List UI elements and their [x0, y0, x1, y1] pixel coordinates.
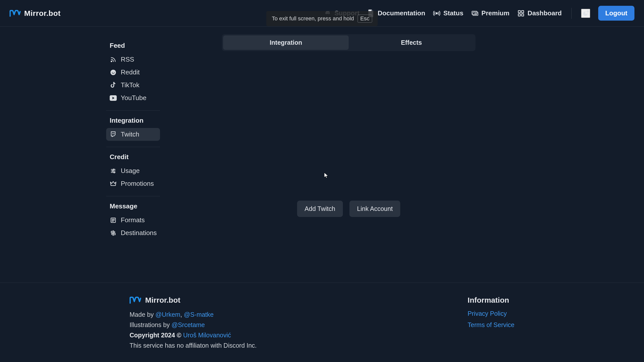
link-urkem[interactable]: @Urkem — [155, 311, 180, 318]
sidebar-item-promotions[interactable]: Promotions — [106, 177, 160, 190]
integration-empty-state: Add Twitch Link Account — [222, 51, 475, 217]
sidebar-item-usage[interactable]: Usage — [106, 164, 160, 177]
svg-point-3 — [475, 13, 476, 15]
sidebar-heading-credit: Credit — [110, 153, 156, 161]
brand-name: Mirror.bot — [24, 9, 61, 18]
sidebar-heading-integration: Integration — [110, 117, 156, 124]
svg-rect-6 — [518, 14, 520, 16]
sidebar-item-tiktok[interactable]: TikTok — [106, 79, 160, 92]
nav-dashboard[interactable]: Dashboard — [517, 9, 562, 17]
svg-point-14 — [112, 170, 113, 171]
premium-icon — [471, 10, 478, 17]
mouse-cursor — [324, 172, 329, 178]
svg-point-11 — [114, 72, 114, 73]
page-body: Feed RSS Reddit TikTok — [0, 27, 644, 239]
footer: Mirror.bot Made by @Urkem, @S-matke Illu… — [0, 283, 644, 352]
footer-brand: Mirror.bot — [130, 296, 257, 304]
fullscreen-toast-text: To exit full screen, press and hold — [272, 15, 354, 22]
footer-info-heading: Information — [468, 296, 514, 304]
link-terms-of-service[interactable]: Terms of Service — [468, 321, 514, 329]
rss-icon — [110, 56, 117, 63]
sidebar-section-message: Message Formats Destinations — [110, 202, 156, 239]
signpost-icon — [110, 230, 117, 237]
sidebar-heading-message: Message — [110, 202, 156, 210]
sidebar-divider — [106, 196, 160, 196]
header: Mirror.bot Support Documentation Status … — [0, 0, 644, 27]
sliders-icon — [110, 167, 117, 174]
add-twitch-button[interactable]: Add Twitch — [297, 201, 343, 217]
reddit-icon — [110, 69, 117, 76]
logout-button[interactable]: Logout — [598, 6, 634, 21]
sidebar-section-feed: Feed RSS Reddit TikTok — [110, 42, 156, 104]
svg-point-8 — [111, 61, 112, 62]
nav-separator — [571, 8, 572, 19]
main-content: Integration Effects Add Twitch Link Acco… — [156, 34, 475, 239]
svg-rect-4 — [518, 11, 520, 13]
sidebar-divider — [106, 147, 160, 147]
svg-point-9 — [110, 70, 116, 75]
footer-illustrations: Illustrations by @Srcetame — [130, 321, 257, 329]
tiktok-icon — [110, 82, 117, 89]
action-buttons: Add Twitch Link Account — [297, 201, 400, 217]
sidebar-item-youtube[interactable]: YouTube — [106, 92, 160, 104]
svg-rect-5 — [521, 11, 524, 13]
tab-effects[interactable]: Effects — [349, 35, 474, 50]
link-srcetame[interactable]: @Srcetame — [172, 321, 205, 328]
broadcast-icon — [433, 10, 440, 17]
sidebar-section-integration: Integration Twitch — [110, 117, 156, 141]
youtube-icon — [110, 95, 117, 102]
footer-made-by: Made by @Urkem, @S-matke — [130, 311, 257, 318]
nav-premium[interactable]: Premium — [471, 9, 509, 17]
sidebar-section-credit: Credit Usage Promotions — [110, 153, 156, 190]
logo-icon — [10, 10, 21, 17]
crown-icon — [110, 180, 117, 187]
svg-rect-7 — [521, 14, 524, 16]
dashboard-icon — [517, 10, 525, 17]
list-icon — [110, 217, 117, 224]
footer-brand-name: Mirror.bot — [145, 296, 180, 304]
twitch-icon — [110, 131, 117, 138]
theme-toggle[interactable] — [581, 9, 590, 18]
sidebar-item-reddit[interactable]: Reddit — [106, 66, 160, 79]
sidebar-divider — [106, 110, 160, 111]
moon-sun-icon — [582, 10, 589, 17]
footer-right: Information Privacy Policy Terms of Serv… — [468, 296, 514, 352]
sidebar-item-twitch[interactable]: Twitch — [106, 128, 160, 141]
svg-point-10 — [112, 72, 113, 73]
sidebar-item-rss[interactable]: RSS — [106, 53, 160, 66]
brand-link[interactable]: Mirror.bot — [10, 9, 61, 18]
footer-disclaimer: This service has no affiliaton with Disc… — [130, 342, 257, 349]
link-smatke[interactable]: @S-matke — [184, 311, 214, 318]
link-account-button[interactable]: Link Account — [349, 201, 400, 217]
logo-icon — [130, 296, 141, 304]
sidebar-heading-feed: Feed — [110, 42, 156, 50]
svg-point-13 — [113, 169, 114, 170]
footer-copyright: Copyright 2024 © Uroš Milovanović — [130, 332, 257, 339]
tab-integration[interactable]: Integration — [223, 35, 349, 50]
nav-status[interactable]: Status — [433, 9, 463, 17]
sidebar-item-destinations[interactable]: Destinations — [106, 227, 160, 239]
fullscreen-toast: To exit full screen, press and hold Esc — [266, 11, 378, 26]
link-privacy-policy[interactable]: Privacy Policy — [468, 310, 514, 317]
link-uros[interactable]: Uroš Milovanović — [183, 332, 231, 339]
footer-left: Mirror.bot Made by @Urkem, @S-matke Illu… — [130, 296, 257, 352]
tab-bar: Integration Effects — [222, 34, 475, 51]
svg-point-0 — [436, 13, 437, 14]
esc-key-badge: Esc — [357, 15, 372, 23]
sidebar-item-formats[interactable]: Formats — [106, 214, 160, 227]
svg-point-15 — [114, 172, 115, 173]
sidebar: Feed RSS Reddit TikTok — [110, 34, 156, 239]
